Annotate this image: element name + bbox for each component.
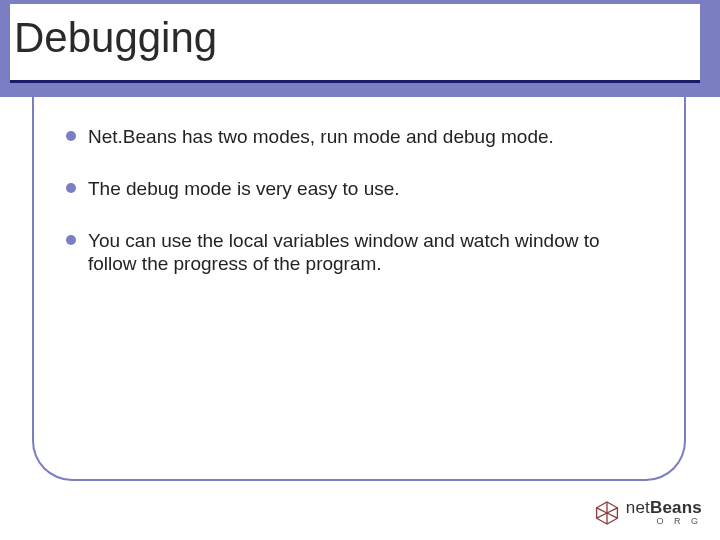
svg-line-3	[607, 507, 617, 512]
bullet-icon	[66, 131, 76, 141]
logo-net: net	[626, 498, 650, 517]
bullet-icon	[66, 235, 76, 245]
list-item: The debug mode is very easy to use.	[66, 177, 652, 201]
svg-line-5	[596, 513, 606, 518]
list-item: You can use the local variables window a…	[66, 229, 652, 277]
bullet-list: Net.Beans has two modes, run mode and de…	[66, 125, 652, 276]
slide: Debugging Net.Beans has two modes, run m…	[0, 0, 720, 540]
cube-icon	[594, 500, 620, 526]
logo-text: netBeans O R G	[626, 499, 702, 526]
slide-title: Debugging	[14, 14, 217, 62]
title-block: Debugging	[10, 4, 700, 83]
bullet-icon	[66, 183, 76, 193]
svg-line-6	[607, 513, 617, 518]
list-item: Net.Beans has two modes, run mode and de…	[66, 125, 652, 149]
logo-org: O R G	[626, 517, 702, 526]
logo-wordmark: netBeans	[626, 499, 702, 516]
bullet-text: Net.Beans has two modes, run mode and de…	[88, 126, 554, 147]
netbeans-logo: netBeans O R G	[594, 499, 702, 526]
logo-beans: Beans	[650, 498, 702, 517]
svg-line-2	[596, 507, 606, 512]
bullet-text: The debug mode is very easy to use.	[88, 178, 400, 199]
bullet-text: You can use the local variables window a…	[88, 230, 600, 275]
content-frame: Net.Beans has two modes, run mode and de…	[32, 95, 686, 481]
